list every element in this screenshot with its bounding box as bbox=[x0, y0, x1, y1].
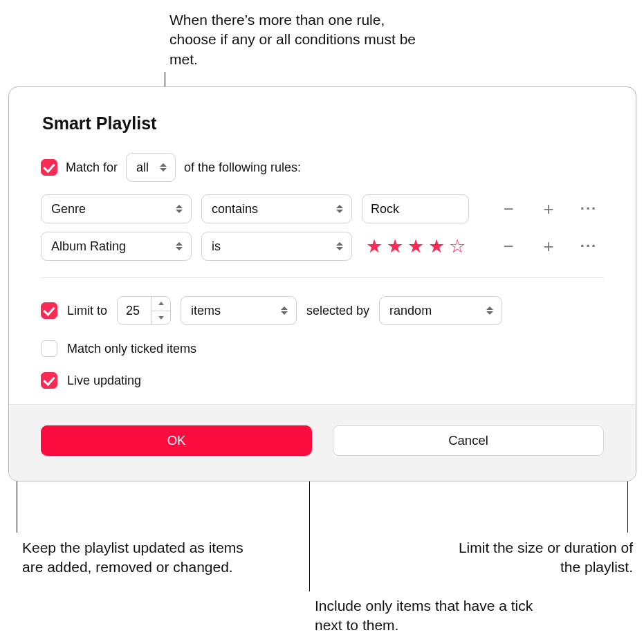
callout-line bbox=[17, 477, 17, 533]
rule-field-value: Genre bbox=[51, 202, 86, 217]
limit-label: Limit to bbox=[67, 304, 107, 318]
limit-unit-select[interactable]: items bbox=[181, 296, 297, 325]
rule-row: Genre contains Rock − + ··· bbox=[41, 194, 604, 223]
match-suffix-label: of the following rules: bbox=[184, 160, 301, 175]
star-outline-icon: ☆ bbox=[449, 237, 466, 256]
remove-rule-button[interactable]: − bbox=[498, 236, 519, 257]
live-updating-checkbox[interactable] bbox=[41, 372, 57, 389]
plus-icon: + bbox=[543, 236, 553, 257]
rule-row: Album Rating is ★ ★ ★ ★ ☆ − + ··· bbox=[41, 232, 604, 261]
stepper-up-icon[interactable] bbox=[151, 297, 170, 311]
star-icon: ★ bbox=[428, 237, 445, 256]
chevron-updown-icon bbox=[173, 203, 185, 215]
limit-unit-value: items bbox=[191, 304, 221, 318]
minus-icon: − bbox=[503, 236, 513, 257]
match-ticked-checkbox[interactable] bbox=[41, 340, 57, 357]
rule-more-button[interactable]: ··· bbox=[578, 236, 599, 257]
stepper-down-icon[interactable] bbox=[151, 311, 170, 325]
minus-icon: − bbox=[503, 199, 513, 220]
live-updating-label: Live updating bbox=[67, 374, 141, 388]
limit-count-value: 25 bbox=[126, 304, 140, 318]
match-mode-select[interactable]: all bbox=[126, 153, 176, 182]
match-checkbox[interactable] bbox=[41, 159, 57, 176]
chevron-updown-icon bbox=[333, 203, 346, 215]
chevron-updown-icon bbox=[333, 240, 346, 252]
limit-stepper[interactable] bbox=[151, 297, 170, 324]
selected-by-select[interactable]: random bbox=[379, 296, 502, 325]
match-ticked-label: Match only ticked items bbox=[67, 342, 196, 356]
rule-value-input[interactable]: Rock bbox=[362, 194, 469, 223]
add-rule-button[interactable]: + bbox=[538, 199, 559, 219]
callout-live-updating: Keep the playlist updated as items are a… bbox=[22, 538, 250, 578]
star-icon: ★ bbox=[366, 237, 383, 256]
callout-match-mode: When there’s more than one rule, choose … bbox=[169, 10, 425, 69]
divider bbox=[41, 277, 604, 278]
callout-limit: Limit the size or duration of the playli… bbox=[439, 538, 633, 578]
selected-by-label: selected by bbox=[306, 304, 369, 318]
rule-operator-select[interactable]: is bbox=[201, 232, 352, 261]
rating-stars[interactable]: ★ ★ ★ ★ ☆ bbox=[362, 237, 484, 256]
rule-operator-value: contains bbox=[212, 202, 258, 217]
rule-field-select[interactable]: Album Rating bbox=[41, 232, 192, 261]
dialog-title: Smart Playlist bbox=[42, 113, 604, 134]
ok-button[interactable]: OK bbox=[41, 425, 312, 456]
ok-button-label: OK bbox=[167, 433, 186, 448]
chevron-updown-icon bbox=[157, 161, 169, 174]
chevron-updown-icon bbox=[278, 304, 291, 317]
star-icon: ★ bbox=[407, 237, 424, 256]
selected-by-value: random bbox=[389, 304, 432, 318]
rule-value-text: Rock bbox=[371, 202, 399, 217]
smart-playlist-dialog: Smart Playlist Match for all of the foll… bbox=[8, 86, 636, 481]
rule-more-button[interactable]: ··· bbox=[578, 199, 599, 219]
limit-checkbox[interactable] bbox=[41, 302, 57, 319]
rule-field-value: Album Rating bbox=[51, 239, 126, 254]
cancel-button-label: Cancel bbox=[448, 433, 488, 448]
callout-match-ticked: Include only items that have a tick next… bbox=[315, 596, 564, 636]
rule-operator-select[interactable]: contains bbox=[201, 194, 352, 223]
chevron-updown-icon bbox=[173, 240, 185, 252]
remove-rule-button[interactable]: − bbox=[498, 199, 519, 219]
cancel-button[interactable]: Cancel bbox=[333, 425, 604, 456]
rule-operator-value: is bbox=[212, 239, 221, 254]
add-rule-button[interactable]: + bbox=[538, 236, 559, 257]
ellipsis-icon: ··· bbox=[580, 200, 597, 218]
match-mode-value: all bbox=[136, 160, 149, 175]
dialog-footer: OK Cancel bbox=[9, 404, 636, 481]
star-icon: ★ bbox=[387, 237, 403, 256]
rule-field-select[interactable]: Genre bbox=[41, 194, 192, 223]
chevron-updown-icon bbox=[484, 304, 496, 317]
plus-icon: + bbox=[543, 199, 553, 220]
ellipsis-icon: ··· bbox=[580, 237, 597, 255]
match-prefix-label: Match for bbox=[66, 160, 118, 175]
limit-count-input[interactable]: 25 bbox=[117, 296, 171, 325]
